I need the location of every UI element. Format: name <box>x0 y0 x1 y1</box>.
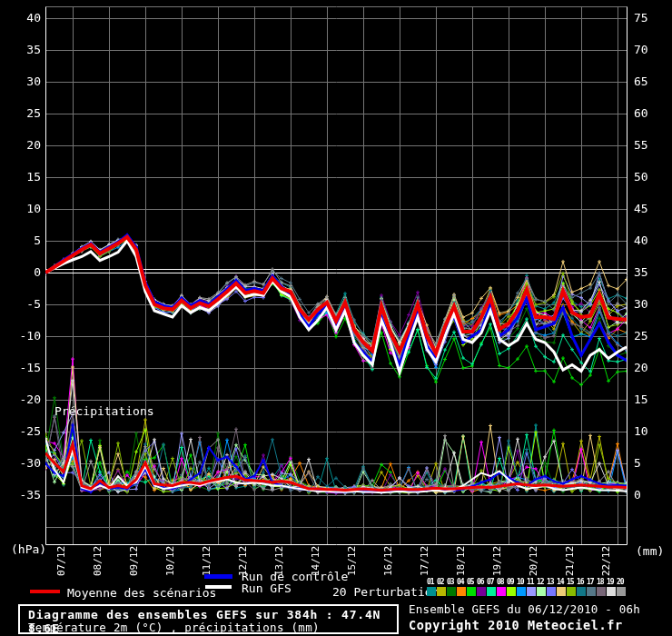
precip-axis-tick-label: 10 <box>634 425 670 437</box>
control-run-swatch <box>204 574 232 579</box>
x-axis-date-label: 15/12 <box>347 543 358 576</box>
temp-axis-tick-label: -5 <box>0 298 41 310</box>
member-number: 19 <box>607 578 614 586</box>
x-axis-date-label: 16/12 <box>383 543 394 576</box>
precip-axis-tick-label: 60 <box>634 107 670 119</box>
member-number: 09 <box>507 578 514 586</box>
temp-axis-tick-label: -15 <box>0 362 41 373</box>
precipitations-label: Précipitations <box>54 404 154 418</box>
member-color-swatch <box>517 587 526 596</box>
temp-axis-tick-label: 15 <box>0 171 41 183</box>
perturbation-member-15: 15 <box>567 578 577 596</box>
precip-axis-tick-label: 45 <box>634 203 670 214</box>
precip-axis-tick-label: 50 <box>634 171 670 183</box>
member-number: 14 <box>557 578 564 586</box>
x-axis-date-label: 18/12 <box>456 543 467 576</box>
precip-axis-tick-label: 55 <box>634 139 670 151</box>
x-axis-date-label: 07/12 <box>56 543 67 576</box>
precip-axis-tick-label: 65 <box>634 75 670 87</box>
member-number: 07 <box>487 578 494 586</box>
mean-scenarios-label: Moyenne des scénarios <box>67 586 216 600</box>
member-number: 11 <box>527 578 534 586</box>
temp-axis-tick-label: -30 <box>0 457 41 469</box>
member-number: 16 <box>577 578 584 586</box>
member-number: 20 <box>617 578 624 586</box>
member-number: 08 <box>497 578 504 586</box>
temp-axis-tick-label: 10 <box>0 203 41 214</box>
precip-axis-tick-label: 20 <box>634 362 670 373</box>
member-number: 03 <box>447 578 454 586</box>
mean-scenarios-swatch <box>30 590 60 593</box>
perturbation-member-20: 20 <box>617 578 627 596</box>
precip-axis-tick-label: 25 <box>634 330 670 342</box>
x-axis-date-label: 17/12 <box>420 543 430 576</box>
member-color-swatch <box>447 587 456 596</box>
member-color-swatch <box>617 587 626 596</box>
member-color-swatch <box>607 587 616 596</box>
perturbation-member-06: 06 <box>477 578 487 596</box>
member-color-swatch <box>577 587 586 596</box>
precip-axis-tick-label: 35 <box>634 266 670 278</box>
perturbation-member-11: 11 <box>527 578 537 596</box>
temp-axis-tick-label: 30 <box>0 75 41 87</box>
precip-axis-tick-label: 0 <box>634 489 670 501</box>
run-info: Ensemble GEFS du 06/12/2010 - 06h <box>409 602 640 616</box>
perturbation-member-13: 13 <box>547 578 557 596</box>
member-number: 02 <box>437 578 444 586</box>
x-axis-date-label: 20/12 <box>529 543 539 576</box>
member-number: 15 <box>567 578 574 586</box>
member-color-swatch <box>487 587 496 596</box>
member-color-swatch <box>527 587 536 596</box>
member-number: 17 <box>587 578 594 586</box>
member-number: 01 <box>427 578 434 586</box>
perturbation-member-01: 01 <box>427 578 437 596</box>
perturbation-member-07: 07 <box>487 578 497 596</box>
precip-axis-tick-label: 5 <box>634 457 670 469</box>
precip-axis-tick-label: 15 <box>634 393 670 405</box>
x-axis-date-label: 19/12 <box>492 543 503 576</box>
member-number: 04 <box>457 578 464 586</box>
member-color-swatch <box>477 587 486 596</box>
member-number: 10 <box>517 578 524 586</box>
member-color-swatch <box>567 587 576 596</box>
member-color-swatch <box>597 587 606 596</box>
member-color-swatch <box>437 587 446 596</box>
perturbation-member-08: 08 <box>497 578 507 596</box>
temp-axis-tick-label: -35 <box>0 489 41 501</box>
temp-axis-tick-label: 25 <box>0 107 41 119</box>
member-color-swatch <box>497 587 506 596</box>
temp-axis-tick-label: -10 <box>0 330 41 342</box>
perturbation-members-legend: 0102030405060708091011121314151617181920 <box>427 578 627 596</box>
x-axis-date-label: 11/12 <box>202 543 212 576</box>
temp-axis-tick-label: 20 <box>0 139 41 151</box>
member-number: 13 <box>547 578 554 586</box>
precip-axis-tick-label: 30 <box>634 298 670 310</box>
perturbation-member-18: 18 <box>597 578 607 596</box>
perturbation-member-09: 09 <box>507 578 517 596</box>
left-axis-unit-label: (hPa) <box>11 542 46 556</box>
temp-axis-tick-label: 0 <box>0 266 41 278</box>
perturbation-member-05: 05 <box>467 578 477 596</box>
member-color-swatch <box>457 587 466 596</box>
ensemble-chart-canvas <box>0 0 672 636</box>
member-color-swatch <box>427 587 436 596</box>
x-axis-date-label: 21/12 <box>565 543 576 576</box>
member-color-swatch <box>537 587 546 596</box>
member-color-swatch <box>547 587 556 596</box>
perturbation-member-10: 10 <box>517 578 527 596</box>
member-number: 18 <box>597 578 604 586</box>
perturbation-member-03: 03 <box>447 578 457 596</box>
x-axis-date-label: 10/12 <box>165 543 176 576</box>
right-axis-unit-label: (mm) <box>636 544 664 558</box>
perturbation-member-12: 12 <box>537 578 547 596</box>
gefs-ensemble-diagram: 4035302520151050-5-10-15-20-25-30-357570… <box>0 0 672 636</box>
precip-axis-tick-label: 70 <box>634 44 670 55</box>
temp-axis-tick-label: -25 <box>0 425 41 437</box>
footer-title-box: Diagramme des ensembles GEFS sur 384h : … <box>18 604 399 634</box>
precip-axis-tick-label: 40 <box>634 234 670 246</box>
precip-axis-tick-label: 75 <box>634 12 670 24</box>
temp-axis-tick-label: 40 <box>0 12 41 24</box>
perturbation-member-17: 17 <box>587 578 597 596</box>
temp-axis-tick-label: 5 <box>0 234 41 246</box>
perturbation-member-19: 19 <box>607 578 617 596</box>
